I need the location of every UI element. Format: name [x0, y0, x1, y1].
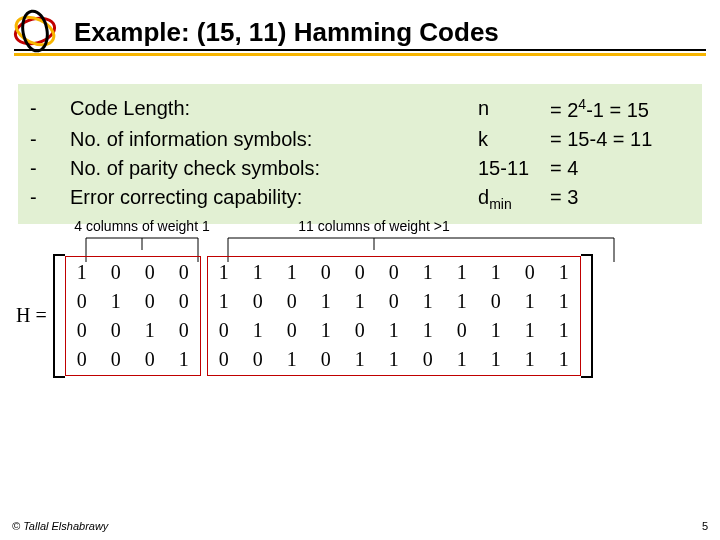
matrix-cell: 1 — [321, 290, 331, 313]
matrix-cell: 0 — [389, 261, 399, 284]
matrix-cell: 1 — [219, 290, 229, 313]
matrix-cell: 0 — [145, 348, 155, 371]
matrix-cell: 1 — [457, 348, 467, 371]
bracket-right-icon — [581, 254, 593, 378]
matrix-column: 0011 — [380, 261, 408, 371]
info-symbol: 15-11 — [478, 154, 550, 183]
footer: © Tallal Elshabrawy 5 — [12, 520, 708, 532]
info-symbol: dmin — [478, 183, 550, 214]
matrix-column: 1101 — [448, 261, 476, 371]
info-value: = 15-4 = 11 — [550, 125, 690, 154]
matrix-cell: 1 — [525, 319, 535, 342]
matrix-label: H = — [14, 304, 53, 327]
matrix-cell: 0 — [491, 290, 501, 313]
matrix-cell: 0 — [219, 319, 229, 342]
matrix-column: 1000 — [68, 261, 96, 371]
matrix-column: 1011 — [482, 261, 510, 371]
slide-header: Example: (15, 11) Hamming Codes — [0, 0, 720, 56]
matrix-cell: 1 — [219, 261, 229, 284]
bracket-left-icon — [53, 254, 65, 378]
matrix-cell: 1 — [321, 319, 331, 342]
info-row: - No. of parity check symbols: 15-11 = 4 — [30, 154, 690, 183]
matrix-column: 0110 — [312, 261, 340, 371]
matrix-column: 0010 — [136, 261, 164, 371]
matrix: H = 1000010000100001 1100101010010110010… — [14, 254, 593, 378]
matrix-cell: 0 — [145, 290, 155, 313]
matrix-cell: 1 — [559, 319, 569, 342]
matrix-cell: 0 — [179, 290, 189, 313]
info-row: - Error correcting capability: dmin = 3 — [30, 183, 690, 214]
page-number: 5 — [702, 520, 708, 532]
matrix-cell: 0 — [179, 261, 189, 284]
matrix-cell: 1 — [145, 319, 155, 342]
matrix-cell: 1 — [559, 348, 569, 371]
matrix-column: 0100 — [102, 261, 130, 371]
matrix-cell: 1 — [389, 319, 399, 342]
info-symbol: k — [478, 125, 550, 154]
matrix-column: 1001 — [278, 261, 306, 371]
matrix-group-identity: 1000010000100001 — [65, 256, 201, 376]
matrix-cell: 1 — [525, 290, 535, 313]
matrix-cell: 1 — [77, 261, 87, 284]
matrix-cell: 0 — [145, 261, 155, 284]
dash: - — [30, 183, 70, 214]
matrix-cell: 0 — [321, 348, 331, 371]
copyright: © Tallal Elshabrawy — [12, 520, 108, 532]
matrix-cell: 0 — [355, 319, 365, 342]
dash: - — [30, 125, 70, 154]
matrix-column: 1111 — [550, 261, 578, 371]
info-value: = 4 — [550, 154, 690, 183]
svg-point-1 — [12, 12, 58, 51]
logo-icon — [8, 9, 62, 53]
matrix-cell: 0 — [389, 290, 399, 313]
dash: - — [30, 94, 70, 125]
info-label: Error correcting capability: — [70, 183, 478, 214]
matrix-cell: 1 — [423, 261, 433, 284]
matrix-cell: 1 — [423, 290, 433, 313]
matrix-cell: 1 — [457, 261, 467, 284]
matrix-area: 4 columns of weight 1 11 columns of weig… — [14, 224, 706, 424]
matrix-cell: 0 — [457, 319, 467, 342]
matrix-cell: 1 — [179, 348, 189, 371]
matrix-cell: 1 — [491, 348, 501, 371]
matrix-cell: 1 — [355, 348, 365, 371]
matrix-column: 1110 — [414, 261, 442, 371]
matrix-column: 0101 — [346, 261, 374, 371]
matrix-group-parity: 1100101010010110010100111110110110110111… — [207, 256, 581, 376]
matrix-cell: 1 — [253, 319, 263, 342]
matrix-cell: 1 — [253, 261, 263, 284]
matrix-cell: 0 — [111, 348, 121, 371]
matrix-cell: 0 — [253, 290, 263, 313]
svg-point-2 — [20, 9, 51, 53]
slide: Example: (15, 11) Hamming Codes - Code L… — [0, 0, 720, 540]
matrix-cell: 0 — [525, 261, 535, 284]
info-value: = 3 — [550, 183, 690, 214]
slide-title: Example: (15, 11) Hamming Codes — [74, 17, 499, 48]
info-label: No. of information symbols: — [70, 125, 478, 154]
info-value: = 24-1 = 15 — [550, 94, 690, 125]
matrix-cell: 1 — [423, 319, 433, 342]
matrix-cell: 0 — [77, 319, 87, 342]
matrix-cell: 0 — [253, 348, 263, 371]
matrix-cell: 0 — [77, 290, 87, 313]
matrix-cell: 0 — [423, 348, 433, 371]
matrix-cell: 1 — [287, 261, 297, 284]
dash: - — [30, 154, 70, 183]
header-divider — [14, 49, 706, 56]
matrix-cell: 1 — [525, 348, 535, 371]
matrix-cell: 1 — [457, 290, 467, 313]
info-row: - No. of information symbols: k = 15-4 =… — [30, 125, 690, 154]
matrix-column: 1100 — [210, 261, 238, 371]
matrix-cell: 0 — [287, 290, 297, 313]
info-symbol: n — [478, 94, 550, 125]
matrix-column: 1010 — [244, 261, 272, 371]
info-label: Code Length: — [70, 94, 478, 125]
info-row: - Code Length: n = 24-1 = 15 — [30, 94, 690, 125]
matrix-cell: 0 — [219, 348, 229, 371]
matrix-cell: 0 — [179, 319, 189, 342]
info-panel: - Code Length: n = 24-1 = 15 - No. of in… — [18, 84, 702, 224]
matrix-cell: 0 — [77, 348, 87, 371]
matrix-cell: 1 — [287, 348, 297, 371]
matrix-cell: 1 — [491, 261, 501, 284]
matrix-cell: 0 — [287, 319, 297, 342]
